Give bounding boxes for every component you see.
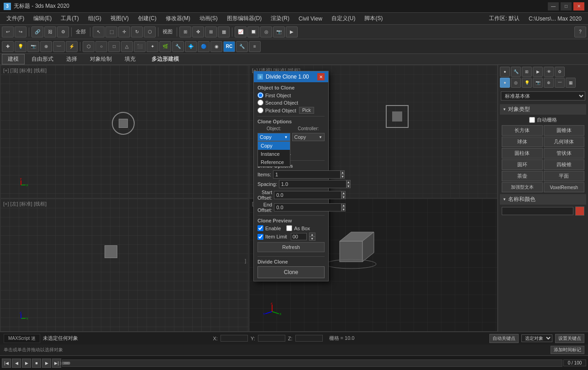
maximize-button[interactable]: □ — [561, 2, 572, 11]
snap-button[interactable]: ⊞ — [179, 26, 191, 37]
menu-edit[interactable]: 编辑(E) — [29, 14, 56, 23]
menu-workspace[interactable]: 工作区: 默认 — [484, 14, 524, 23]
items-down[interactable]: ▼ — [341, 174, 345, 179]
menu-tools[interactable]: 工具(T) — [56, 14, 83, 23]
spacing-down[interactable]: ▼ — [346, 184, 351, 188]
rp-spacewarp-btn[interactable]: 〰 — [555, 78, 565, 88]
create-button[interactable]: ✚ — [2, 41, 14, 52]
tb2-btn1[interactable]: ⬡ — [83, 41, 94, 52]
material-button[interactable]: ◎ — [260, 26, 272, 37]
tb2-btn12[interactable]: 🔧 — [236, 41, 248, 52]
menu-create[interactable]: 创建(C) — [133, 14, 161, 23]
unlink-button[interactable]: ⛓ — [44, 26, 56, 37]
obj-tube[interactable]: 管状体 — [544, 148, 585, 159]
item-limit-checkbox[interactable] — [257, 234, 263, 240]
start-offset-down[interactable]: ▼ — [341, 195, 346, 199]
start-offset-up[interactable]: ▲ — [341, 191, 346, 195]
tl-prev-btn[interactable]: |◀ — [2, 359, 11, 368]
tb2-btn11[interactable]: ◉ — [210, 41, 222, 52]
clone-button[interactable]: Clone — [257, 266, 325, 278]
align-button[interactable]: ▦ — [218, 26, 230, 37]
tl-play-btn[interactable]: ▶ — [22, 359, 31, 368]
viewport-left[interactable]: [+] [左] [标准] [线框] Y Z ] — [0, 198, 249, 332]
spacing-input[interactable]: 1.0 — [279, 180, 346, 188]
end-offset-input[interactable]: 0.0 — [274, 203, 341, 211]
tb2-btn7[interactable]: 🌿 — [159, 41, 171, 52]
obj-pyramid[interactable]: 四棱锥 — [544, 159, 585, 170]
auto-grid-checkbox[interactable] — [529, 117, 535, 123]
cameras-button[interactable]: 📷 — [27, 41, 39, 52]
status-z-input[interactable] — [295, 335, 323, 342]
auto-key-btn[interactable]: 自动关键点 — [489, 334, 519, 343]
menu-graph-editor[interactable]: 图形编辑器(D) — [222, 14, 267, 23]
end-offset-up[interactable]: ▲ — [341, 203, 346, 207]
radio-first-object[interactable] — [257, 92, 263, 98]
obj-cylinder[interactable]: 圆柱体 — [502, 148, 543, 159]
rp-helper-btn[interactable]: ⊕ — [544, 78, 554, 88]
tb2-btn9[interactable]: 💠 — [185, 41, 197, 52]
rotate-button[interactable]: ↻ — [131, 26, 143, 37]
rp-modify-btn[interactable]: 🔧 — [511, 67, 521, 77]
scale-button[interactable]: ⬡ — [144, 26, 156, 37]
add-keyframe-btn[interactable]: 添加时间标记 — [551, 346, 584, 354]
help-button[interactable]: ? — [574, 26, 586, 37]
dialog-close-button[interactable]: ✕ — [317, 73, 325, 80]
tb2-btn3[interactable]: □ — [108, 41, 120, 52]
rp-sphere-btn[interactable]: ● — [500, 67, 510, 77]
object-name-input[interactable] — [502, 207, 573, 215]
select-button[interactable]: ↖ — [93, 26, 105, 37]
region-select-button[interactable]: ⬚ — [105, 26, 117, 37]
tb2-btn13[interactable]: ≡ — [249, 41, 261, 52]
link-button[interactable]: 🔗 — [31, 26, 43, 37]
rp-sets-btn[interactable]: ▦ — [566, 78, 576, 88]
menu-file[interactable]: 文件(F) — [2, 14, 29, 23]
bind-button[interactable]: ⚙ — [57, 26, 69, 37]
tb2-btn8[interactable]: 🔧 — [172, 41, 184, 52]
tab-freeform[interactable]: 自由形式 — [26, 54, 59, 64]
select-object-select[interactable]: 选定对象 — [521, 334, 552, 342]
tl-prev-frame-btn[interactable]: ◀ — [12, 359, 21, 368]
obj-teapot[interactable]: 茶壶 — [502, 171, 543, 181]
menu-modifier[interactable]: 修改器(M) — [161, 14, 195, 23]
item-limit-down[interactable]: ▼ — [309, 237, 315, 241]
obj-torus[interactable]: 圆环 — [502, 159, 543, 170]
rp-motion-btn[interactable]: ▶ — [533, 67, 543, 77]
menu-group[interactable]: 组(G) — [84, 14, 106, 23]
tb2-btn6[interactable]: ✦ — [147, 41, 158, 52]
mirror-button[interactable]: ⊞ — [205, 26, 217, 37]
set-key-btn[interactable]: 设置关键点 — [555, 334, 584, 343]
dd-reference[interactable]: Reference — [258, 158, 290, 166]
tab-modeling[interactable]: 建模 — [2, 54, 25, 64]
tl-next-frame-btn[interactable]: ▶ — [42, 359, 51, 368]
obj-text[interactable]: 加强型文本 — [502, 182, 543, 192]
as-box-checkbox[interactable] — [286, 225, 292, 231]
menu-customize[interactable]: 自定义(U) — [327, 14, 360, 23]
obj-box[interactable]: 长方体 — [502, 125, 543, 136]
refresh-button[interactable]: Refresh — [257, 242, 325, 252]
object-type-select[interactable]: 标准基本体 — [501, 91, 585, 100]
rp-shape-btn[interactable]: ◎ — [511, 78, 521, 88]
start-offset-input[interactable]: 0.0 — [274, 191, 341, 199]
menu-animation[interactable]: 动画(S) — [195, 14, 222, 23]
items-input[interactable]: 1 — [273, 170, 341, 179]
tb2-btn10[interactable]: 🔵 — [198, 41, 210, 52]
tab-fill[interactable]: 填充 — [119, 54, 142, 64]
obj-geosphere[interactable]: 几何球体 — [544, 137, 585, 147]
move-button[interactable]: ✛ — [118, 26, 130, 37]
timeline-bar[interactable]: 0 10 20 30 40 50 60 70 80 90 100 — [62, 359, 562, 367]
rp-geom-btn[interactable]: ● — [500, 78, 510, 88]
object-dropdown[interactable]: Copy ▼ — [257, 133, 290, 141]
frame-input[interactable] — [563, 359, 586, 366]
rp-utility-btn[interactable]: ⚙ — [555, 67, 565, 77]
tb2-btn4[interactable]: △ — [121, 41, 133, 52]
menu-view[interactable]: 视图(V) — [106, 14, 133, 23]
viewport-top[interactable]: [+] [顶] [标准] [线框] X Y — [0, 65, 249, 198]
obj-cone[interactable]: 圆锥体 — [544, 125, 585, 136]
tab-selection[interactable]: 选择 — [60, 54, 83, 64]
rp-light-btn[interactable]: 💡 — [522, 78, 532, 88]
obj-plane[interactable]: 平面 — [544, 171, 585, 181]
lights-button[interactable]: 💡 — [15, 41, 26, 52]
systems-button[interactable]: ⚡ — [66, 41, 78, 52]
radio-second-object[interactable] — [257, 100, 263, 106]
obj-sphere[interactable]: 球体 — [502, 137, 543, 147]
